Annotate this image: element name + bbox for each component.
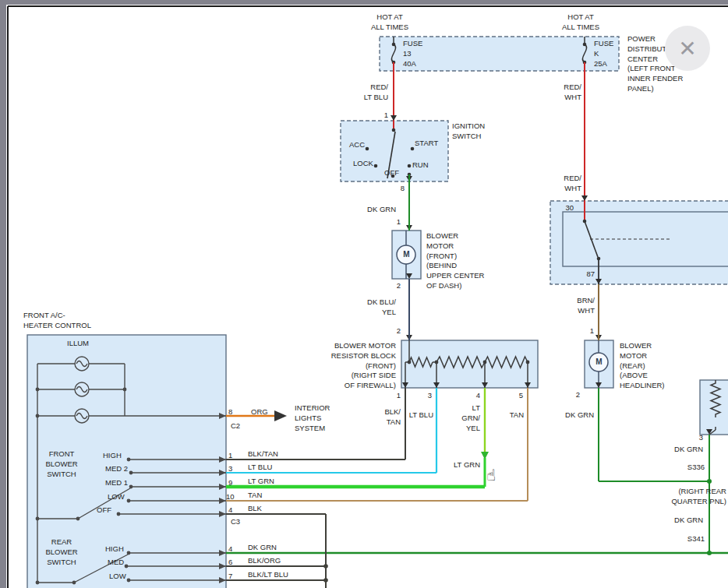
ignition-pos-lock: LOCK: [353, 159, 373, 169]
relay-box: [550, 201, 728, 284]
ignition-pos-run: RUN: [412, 160, 429, 171]
pin-8-color: ORG: [251, 407, 268, 417]
connector-c3: C3: [231, 517, 240, 527]
rear-switch-high[interactable]: HIGH: [105, 544, 124, 555]
rear-motor-m: M: [593, 357, 605, 368]
pin-6-color: BLK/ORG: [248, 556, 281, 566]
resistor-pin-1: 1: [390, 391, 401, 401]
wire-label-dkgrn-rear: DK GRN: [557, 410, 594, 421]
wire-label-dkgrn-ign: DK GRN: [359, 205, 396, 215]
wire-label-dkgrn-s341: DK GRN: [666, 516, 703, 526]
pin-9-color: LT GRN: [248, 477, 274, 487]
front-motor-pin-in: 1: [390, 217, 401, 227]
front-switch-med1[interactable]: MED 1: [105, 478, 128, 488]
front-motor-m: M: [401, 250, 412, 260]
window-top-edge: [0, 0, 728, 5]
pin-1-num: 1: [228, 451, 232, 461]
splice-location: (RIGHT REAR QUARTER PNL): [647, 487, 726, 507]
pin-3-color: LT BLU: [248, 463, 272, 473]
front-switch-high[interactable]: HIGH: [103, 451, 122, 461]
ignition-pos-off: OFF: [384, 168, 399, 178]
rear-blower-switch-label: REAR BLOWER SWITCH: [40, 537, 83, 567]
rear-motor-label: BLOWER MOTOR (REAR) (ABOVE HEADLINER): [620, 341, 665, 391]
pin-10-num: 10: [226, 492, 235, 502]
fuse-13-label: FUSE 13 40A: [403, 39, 422, 69]
resistor-pin-3: 3: [421, 391, 432, 401]
resistor-pin-4: 4: [469, 391, 480, 401]
wire-lt-grn-yel: [481, 388, 489, 459]
pin-10-color: TAN: [248, 491, 262, 501]
rear-switch-low[interactable]: LOW: [109, 572, 126, 582]
resistor-label: BLOWER MOTOR RESISTOR BLOCK (FRONT) (RIG…: [304, 341, 396, 391]
wire-label-dkblu-yel: DK BLU/ YEL: [359, 298, 396, 318]
wire-label-brn-wht: BRN/ WHT: [560, 296, 595, 316]
front-switch-low[interactable]: LOW: [108, 492, 125, 502]
rear-switch-med[interactable]: MED: [108, 558, 124, 568]
ignition-pos-acc: ACC: [349, 140, 365, 150]
ignition-title: IGNITION SWITCH: [452, 121, 485, 142]
fuse-k-label: FUSE K 25A: [594, 39, 613, 69]
splice-s341: S341: [673, 534, 705, 544]
pin-1-color: BLK/TAN: [248, 449, 278, 459]
connector-c2: C2: [231, 421, 240, 431]
front-switch-med2[interactable]: MED 2: [105, 464, 128, 474]
wire-label-dkgrn-s336: DK GRN: [666, 445, 703, 455]
pin-7-color: BLK/LT BLU: [248, 570, 288, 580]
rear-resistor-pin-3: 3: [692, 433, 703, 443]
splice-s336: S336: [673, 463, 705, 473]
pin-4r-num: 4: [228, 544, 232, 555]
rear-motor-pin-in: 1: [583, 326, 594, 336]
wire-label-tan: TAN: [494, 410, 524, 421]
wire-label-red-wht-upper: RED/ WHT: [547, 83, 581, 103]
wire-label-red-wht-lower: RED/ WHT: [547, 174, 581, 194]
pin-6-num: 6: [228, 558, 232, 568]
wire-label-lt-grn-yel: LT GRN/ YEL: [452, 403, 480, 433]
control-title: FRONT A/C- HEATER CONTROL: [23, 311, 91, 331]
rear-motor-pin-out: 2: [569, 390, 580, 400]
pin-9-num: 9: [228, 478, 232, 488]
close-icon: ✕: [678, 36, 696, 62]
pin-7-num: 7: [228, 572, 232, 582]
wire-label-lt-grn: LT GRN: [451, 460, 480, 470]
ignition-pin-in: 1: [377, 111, 388, 121]
ignition-pin-out: 8: [394, 184, 405, 194]
illum-label: ILLUM: [67, 339, 89, 349]
resistor-pin-5: 5: [512, 391, 523, 401]
wire-label-lt-blu: LT BLU: [404, 410, 433, 421]
pointer-cursor: ☝: [486, 466, 496, 484]
wire-label-red-ltblu: RED/ LT BLU: [351, 83, 388, 103]
diagram-viewer: HOT AT ALL TIMES HOT AT ALL TIMES FUSE 1…: [0, 0, 728, 588]
relay-pin-30: 30: [560, 203, 574, 213]
pin-4r-color: DK GRN: [248, 543, 277, 553]
window-left-edge: [0, 0, 6, 588]
front-motor-pin-out: 2: [390, 281, 401, 291]
hot-at-all-times-left: HOT AT ALL TIMES: [355, 12, 425, 33]
pin-4-color: BLK: [248, 504, 262, 514]
interior-lights-arrow: [274, 410, 287, 421]
pin-4-num: 4: [228, 505, 232, 516]
close-button[interactable]: ✕: [665, 26, 710, 71]
front-switch-off[interactable]: OFF: [97, 505, 111, 516]
pin-8-num: 8: [228, 407, 232, 417]
interior-lights-note: INTERIOR LIGHTS SYSTEM: [295, 403, 330, 433]
relay-pin-87: 87: [581, 269, 595, 280]
ignition-pos-start: START: [415, 139, 438, 149]
hot-at-all-times-right: HOT AT ALL TIMES: [546, 12, 616, 33]
wire-label-blk-tan: BLK/ TAN: [373, 407, 401, 428]
resistor-pin-in: 2: [390, 326, 401, 336]
pin-3-num: 3: [228, 464, 232, 474]
front-blower-switch-label: FRONT BLOWER SWITCH: [40, 449, 83, 479]
front-motor-label: BLOWER MOTOR (FRONT) (BEHIND UPPER CENTE…: [426, 231, 484, 291]
